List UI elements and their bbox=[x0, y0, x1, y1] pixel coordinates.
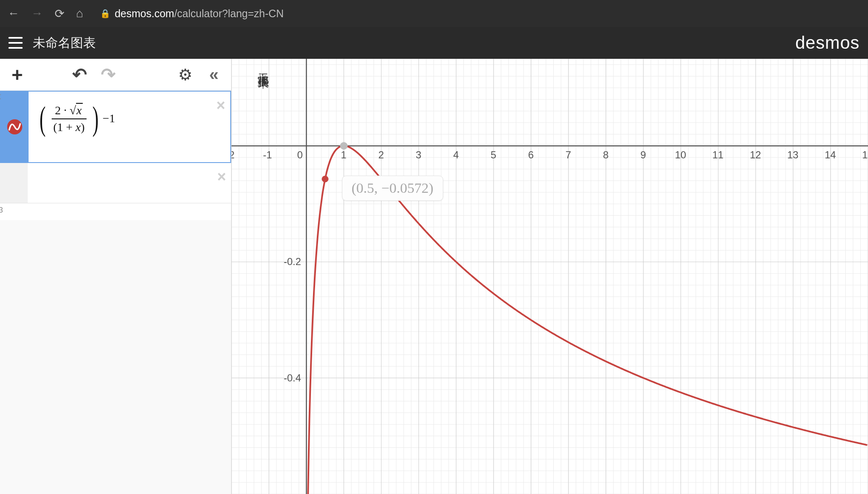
url-bar[interactable]: 🔒 desmos.com/calculator?lang=zh-CN bbox=[100, 8, 284, 20]
svg-text:7: 7 bbox=[566, 149, 571, 160]
expression-color-chip[interactable] bbox=[7, 119, 22, 134]
expression-row[interactable]: 3 bbox=[0, 203, 231, 220]
svg-text:0: 0 bbox=[297, 149, 302, 160]
svg-text:15: 15 bbox=[862, 149, 868, 160]
plot-svg: -2-10123456789101112131415-0.2-0.4 bbox=[231, 59, 868, 494]
expression-formula: ( 2 · √x (1 + x) ) −1 bbox=[37, 102, 115, 135]
svg-text:2: 2 bbox=[378, 149, 384, 160]
svg-text:12: 12 bbox=[750, 149, 761, 160]
expression-gutter[interactable] bbox=[1, 92, 29, 162]
app-header: 未命名图表 desmos bbox=[0, 27, 868, 59]
browser-chrome: ← → ⟳ ⌂ 🔒 desmos.com/calculator?lang=zh-… bbox=[0, 0, 868, 27]
menu-icon[interactable] bbox=[8, 37, 23, 49]
svg-text:9: 9 bbox=[640, 149, 646, 160]
expression-row[interactable]: 1 ( 2 · √x (1 + x) ) − bbox=[0, 91, 231, 163]
expression-toolbar: + ↶ ↷ ⚙ « bbox=[0, 59, 231, 91]
svg-text:-1: -1 bbox=[263, 149, 272, 160]
svg-text:14: 14 bbox=[825, 149, 836, 160]
trace-tooltip: (0.5, −0.0572) bbox=[342, 176, 443, 201]
url-path: /calculator?lang=zh-CN bbox=[174, 8, 284, 20]
expression-input[interactable]: ( 2 · √x (1 + x) ) −1 bbox=[29, 92, 230, 145]
row-index: 3 bbox=[0, 206, 3, 215]
svg-text:-0.4: -0.4 bbox=[284, 372, 301, 384]
add-expression-button[interactable]: + bbox=[5, 65, 29, 85]
svg-text:13: 13 bbox=[787, 149, 799, 160]
svg-text:-0.2: -0.2 bbox=[284, 256, 301, 267]
svg-text:3: 3 bbox=[416, 149, 421, 160]
svg-text:11: 11 bbox=[713, 149, 724, 160]
back-icon[interactable]: ← bbox=[8, 7, 19, 20]
delete-expression-button[interactable]: × bbox=[217, 168, 226, 186]
collapse-panel-button[interactable]: « bbox=[202, 65, 226, 85]
expression-panel: + ↶ ↷ ⚙ « 1 ( 2 · bbox=[0, 59, 231, 494]
url-domain: desmos.com bbox=[115, 8, 174, 20]
settings-button[interactable]: ⚙ bbox=[173, 65, 197, 85]
expression-list: 1 ( 2 · √x (1 + x) ) − bbox=[0, 91, 231, 220]
delete-expression-button[interactable]: × bbox=[216, 97, 225, 114]
expression-row[interactable]: 2 × bbox=[0, 163, 231, 203]
svg-text:4: 4 bbox=[453, 149, 459, 160]
expression-input[interactable] bbox=[28, 163, 231, 192]
brand-logo: desmos bbox=[795, 33, 860, 53]
graph-canvas[interactable]: 无常损失率 -2-10123456789101112131415-0.2-0.4… bbox=[231, 59, 868, 494]
forward-icon[interactable]: → bbox=[31, 7, 43, 20]
home-icon[interactable]: ⌂ bbox=[76, 7, 83, 20]
svg-text:6: 6 bbox=[528, 149, 534, 160]
graph-title[interactable]: 未命名图表 bbox=[33, 34, 96, 52]
svg-point-166 bbox=[340, 142, 347, 150]
redo-button[interactable]: ↷ bbox=[96, 65, 120, 85]
svg-text:1: 1 bbox=[341, 149, 346, 160]
reload-icon[interactable]: ⟳ bbox=[55, 7, 64, 21]
svg-text:10: 10 bbox=[675, 149, 686, 160]
svg-text:8: 8 bbox=[603, 149, 608, 160]
svg-text:-2: -2 bbox=[231, 149, 234, 160]
undo-button[interactable]: ↶ bbox=[67, 65, 92, 85]
svg-text:5: 5 bbox=[491, 149, 496, 160]
svg-point-167 bbox=[322, 176, 329, 182]
expression-gutter[interactable] bbox=[0, 163, 28, 203]
lock-icon: 🔒 bbox=[100, 8, 110, 18]
